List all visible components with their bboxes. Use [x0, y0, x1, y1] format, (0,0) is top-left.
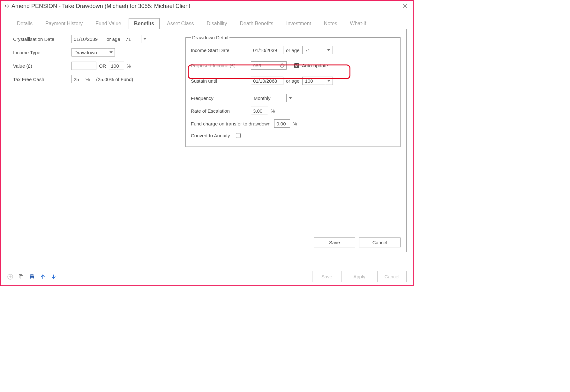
- tab-notes[interactable]: Notes: [319, 18, 343, 29]
- convert-annuity-label: Convert to Annuity: [191, 133, 230, 138]
- value-amount-input[interactable]: [71, 62, 96, 70]
- panel-button-row: Save Cancel: [314, 237, 401, 247]
- panel-cancel-button[interactable]: Cancel: [359, 237, 401, 247]
- value-percent-suffix: %: [127, 63, 131, 69]
- chevron-down-icon[interactable]: [286, 94, 294, 102]
- sustain-age-value: 100: [303, 77, 325, 85]
- sustain-age-combo[interactable]: 100: [302, 77, 333, 85]
- crystallisation-date-label: Crystallisation Date: [13, 36, 69, 42]
- recalculate-button[interactable]: [278, 61, 287, 70]
- footer-apply-button: Apply: [345, 271, 374, 282]
- left-column: Crystallisation Date or age 71 Income Ty…: [13, 35, 173, 147]
- copy-icon[interactable]: [18, 274, 24, 280]
- tab-details[interactable]: Details: [11, 18, 38, 29]
- convert-annuity-checkbox[interactable]: [236, 133, 241, 138]
- tab-fund-value[interactable]: Fund Value: [90, 18, 127, 29]
- income-type-value: Drawdown: [72, 49, 107, 56]
- sustain-until-label: Sustain until: [191, 78, 248, 84]
- proposed-income-label: Proposed Income (£): [191, 63, 248, 68]
- income-start-age-combo[interactable]: 71: [302, 46, 333, 54]
- crystallisation-age-value: 71: [123, 35, 141, 43]
- value-or-text: OR: [99, 63, 106, 69]
- auto-update-checkbox[interactable]: [294, 63, 299, 68]
- footer-cancel-button: Cancel: [377, 271, 407, 282]
- frequency-combo[interactable]: Monthly: [251, 94, 294, 102]
- fund-charge-input[interactable]: [274, 119, 290, 128]
- tab-investment[interactable]: Investment: [281, 18, 317, 29]
- footer-save-button: Save: [312, 271, 341, 282]
- escalation-input[interactable]: [251, 107, 268, 115]
- drawdown-legend: Drawdown Detail: [191, 35, 229, 40]
- svg-rect-2: [20, 275, 23, 279]
- tfc-suffix: %: [86, 77, 90, 82]
- tab-death-benefits[interactable]: Death Benefits: [235, 18, 279, 29]
- or-age-text: or age: [286, 48, 300, 53]
- benefits-panel: Crystallisation Date or age 71 Income Ty…: [7, 29, 407, 252]
- titlebar: Amend PENSION - Take Drawdown (Michael) …: [1, 1, 413, 11]
- tfc-label: Tax Free Cash: [13, 77, 69, 82]
- footer-toolbar: [7, 274, 57, 280]
- chevron-down-icon[interactable]: [325, 77, 333, 85]
- proposed-income-input: [251, 61, 278, 70]
- crystallisation-age-combo[interactable]: 71: [123, 35, 149, 43]
- window-title: Amend PENSION - Take Drawdown (Michael) …: [11, 3, 190, 10]
- crystallisation-date-input[interactable]: [71, 35, 104, 43]
- close-button[interactable]: [400, 2, 410, 10]
- or-age-text: or age: [107, 36, 120, 42]
- escalation-suffix: %: [271, 108, 275, 114]
- income-start-date-input[interactable]: [251, 46, 283, 54]
- chevron-down-icon[interactable]: [325, 46, 333, 54]
- chevron-down-icon[interactable]: [107, 49, 115, 56]
- right-column: Drawdown Detail Income Start Date or age…: [185, 35, 401, 147]
- tab-disability[interactable]: Disability: [201, 18, 233, 29]
- fund-charge-suffix: %: [293, 121, 297, 126]
- footer-button-row: Save Apply Cancel: [312, 271, 407, 282]
- or-age-text: or age: [286, 78, 300, 84]
- dialog-window: Amend PENSION - Take Drawdown (Michael) …: [0, 0, 414, 286]
- tab-what-if[interactable]: What-if: [345, 18, 372, 29]
- income-start-age-value: 71: [303, 46, 325, 54]
- income-type-combo[interactable]: Drawdown: [71, 48, 115, 57]
- arrow-up-icon[interactable]: [40, 274, 46, 280]
- add-icon[interactable]: [7, 274, 13, 280]
- app-icon: [4, 3, 10, 9]
- income-start-date-label: Income Start Date: [191, 48, 248, 53]
- chevron-down-icon[interactable]: [141, 35, 149, 43]
- svg-rect-3: [31, 275, 33, 276]
- tfc-note: (25.00% of Fund): [96, 77, 133, 82]
- tfc-input[interactable]: [71, 75, 83, 83]
- panel-save-button[interactable]: Save: [314, 237, 355, 247]
- escalation-label: Rate of Escalation: [191, 108, 248, 114]
- value-percent-input[interactable]: [109, 62, 124, 70]
- svg-rect-5: [31, 277, 33, 279]
- dialog-footer: Save Apply Cancel: [7, 271, 407, 282]
- drawdown-detail-group: Drawdown Detail Income Start Date or age…: [185, 35, 401, 147]
- arrow-down-icon[interactable]: [50, 274, 57, 280]
- sustain-until-input[interactable]: [251, 77, 283, 85]
- value-label: Value (£): [13, 63, 69, 69]
- fund-charge-label: Fund charge on transfer to drawdown: [191, 121, 270, 126]
- tab-asset-class[interactable]: Asset Class: [161, 18, 199, 29]
- frequency-value: Monthly: [251, 94, 286, 102]
- income-type-label: Income Type: [13, 50, 69, 55]
- tab-benefits[interactable]: Benefits: [129, 18, 160, 29]
- print-icon[interactable]: [29, 274, 35, 280]
- tab-payment-history[interactable]: Payment History: [40, 18, 88, 29]
- auto-update-label: Auto-update: [302, 63, 328, 68]
- frequency-label: Frequency: [191, 95, 248, 101]
- tabbar: Details Payment History Fund Value Benef…: [1, 11, 413, 29]
